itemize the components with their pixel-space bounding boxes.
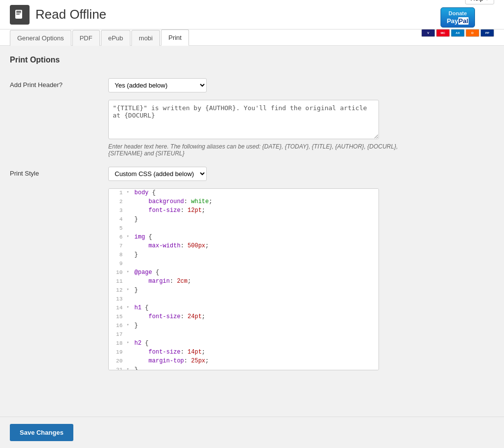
code-line: 14▾h1 { [109, 304, 378, 313]
line-number: 10 [109, 269, 126, 275]
line-fold-icon: ▾ [126, 366, 132, 370]
card-row: V MC AX D PP [421, 29, 494, 37]
line-number: 2 [109, 198, 126, 205]
line-content: img { [132, 234, 152, 240]
visa-card-icon: V [421, 29, 435, 37]
line-number: 18 [109, 340, 126, 346]
donate-label: Donate [448, 10, 467, 16]
print-header-row: Add Print Header? Yes (added below) No E… [10, 78, 494, 157]
code-line: 2 background: white; [109, 198, 378, 207]
svg-rect-3 [16, 14, 20, 15]
section-title: Print Options [10, 56, 494, 68]
svg-rect-1 [16, 11, 21, 12]
discover-card-icon: D [466, 29, 479, 37]
line-number: 5 [109, 225, 126, 231]
line-fold-icon: ▾ [126, 340, 132, 345]
code-line: 11 margin: 2cm; [109, 277, 378, 286]
tab-print[interactable]: Print [161, 30, 189, 46]
svg-rect-2 [16, 12, 21, 13]
line-fold-icon: ▾ [126, 322, 132, 328]
print-header-select[interactable]: Yes (added below) No [108, 78, 207, 92]
header-hint-text: Enter header text here. The following al… [108, 143, 404, 157]
line-number: 15 [109, 313, 126, 320]
line-number: 1 [109, 189, 126, 196]
code-line: 6▾img { [109, 233, 378, 242]
tab-general[interactable]: General Options [10, 30, 71, 46]
line-content: font-size: 24pt; [132, 313, 205, 320]
line-content: } [132, 251, 138, 258]
code-line: 8 } [109, 251, 378, 260]
line-content: } [132, 322, 138, 329]
code-line: 21▾} [109, 366, 378, 370]
line-fold-icon: ▾ [126, 234, 132, 239]
line-number: 14 [109, 304, 126, 311]
line-number: 13 [109, 296, 126, 302]
tab-mobi[interactable]: mobi [131, 30, 160, 46]
tab-epub[interactable]: ePub [101, 30, 130, 46]
line-number: 20 [109, 358, 126, 364]
code-line: 18▾h2 { [109, 339, 378, 348]
line-number: 3 [109, 207, 126, 213]
line-number: 9 [109, 260, 126, 267]
line-content: body { [132, 189, 156, 196]
code-line: 19 font-size: 14pt; [109, 348, 378, 357]
line-fold-icon: ▾ [126, 269, 132, 274]
code-line: 17 [109, 330, 378, 339]
app-title: Read Offline [35, 7, 106, 22]
code-line: 5 [109, 224, 378, 233]
paypal-card-icon: PP [480, 29, 494, 37]
code-line: 10▾@page { [109, 269, 378, 277]
logo-area: Read Offline [10, 5, 106, 25]
top-bar: Read Offline Help ▾ Donate PayPal V MC A… [0, 0, 504, 30]
code-line: 3 font-size: 12pt; [109, 207, 378, 215]
print-header-label: Add Print Header? [10, 78, 98, 89]
line-content: h2 { [132, 340, 149, 347]
header-text-textarea[interactable] [108, 100, 379, 139]
line-content: @page { [132, 269, 159, 276]
main-content: Print Options Add Print Header? Yes (add… [0, 46, 504, 419]
print-header-control: Yes (added below) No Enter header text h… [108, 78, 404, 157]
code-line: 9 [109, 260, 378, 269]
line-content: } [132, 216, 138, 223]
line-number: 16 [109, 322, 126, 329]
line-number: 4 [109, 216, 126, 222]
line-number: 7 [109, 242, 126, 249]
donate-button[interactable]: Donate PayPal [441, 7, 475, 28]
line-fold-icon: ▾ [126, 189, 132, 195]
line-fold-icon: ▾ [126, 287, 132, 292]
app-logo-icon [10, 5, 30, 25]
line-number: 21 [109, 366, 126, 370]
code-line: 12▾} [109, 286, 378, 295]
line-content [132, 296, 138, 302]
footer-bar: Save Changes [0, 417, 504, 419]
line-number: 8 [109, 251, 126, 258]
line-content: font-size: 12pt; [132, 207, 205, 214]
line-content [132, 225, 138, 232]
print-style-label: Print Style [10, 167, 98, 177]
donate-wrapper: Donate PayPal V MC AX D PP [421, 7, 494, 37]
paypal-logo: PayPal [447, 17, 469, 25]
line-number: 6 [109, 234, 126, 240]
amex-card-icon: AX [451, 29, 465, 37]
line-number: 11 [109, 278, 126, 284]
line-number: 12 [109, 287, 126, 293]
code-line: 7 max-width: 500px; [109, 242, 378, 251]
code-line: 1▾body { [109, 189, 378, 198]
line-content: margin: 2cm; [132, 278, 191, 285]
line-fold-icon: ▾ [126, 304, 132, 310]
print-style-select[interactable]: Custom CSS (added below) Default None [108, 167, 207, 181]
line-content: } [132, 366, 138, 370]
line-content: font-size: 14pt; [132, 349, 205, 356]
help-button[interactable]: Help ▾ [465, 0, 494, 4]
line-content: max-width: 500px; [132, 242, 209, 249]
line-content: } [132, 287, 138, 294]
line-number: 19 [109, 349, 126, 355]
css-code-editor[interactable]: 1▾body {2 background: white;3 font-size:… [108, 188, 379, 370]
line-content: h1 { [132, 304, 149, 311]
tab-pdf[interactable]: PDF [72, 30, 100, 46]
line-content [132, 260, 138, 267]
print-style-control: Custom CSS (added below) Default None 1▾… [108, 167, 404, 370]
code-line: 13 [109, 295, 378, 304]
top-right: Help ▾ Donate PayPal V MC AX D PP [421, 0, 494, 37]
code-line: 4 } [109, 215, 378, 224]
